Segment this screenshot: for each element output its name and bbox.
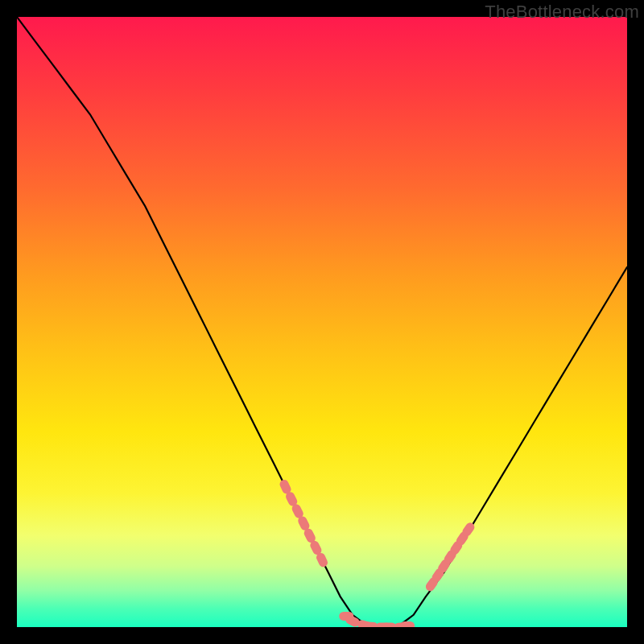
plot-area bbox=[17, 17, 627, 627]
bottleneck-curve-svg bbox=[17, 17, 627, 627]
curve-marker bbox=[400, 621, 415, 627]
chart-frame bbox=[17, 17, 627, 627]
bottleneck-curve-path bbox=[17, 17, 627, 627]
watermark-text: TheBottleneck.com bbox=[485, 2, 639, 23]
marker-group bbox=[279, 478, 477, 627]
